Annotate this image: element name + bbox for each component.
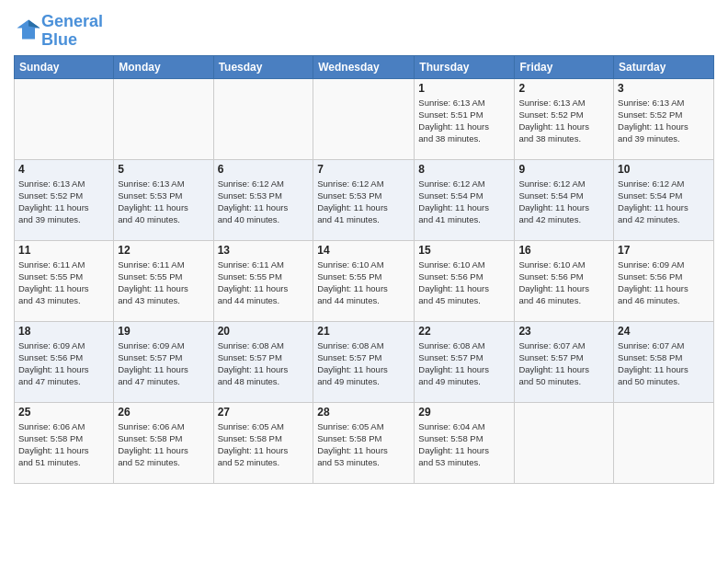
calendar-cell bbox=[313, 78, 415, 159]
calendar-cell: 19Sunrise: 6:09 AMSunset: 5:57 PMDayligh… bbox=[114, 321, 213, 402]
logo-icon bbox=[16, 17, 41, 42]
day-number: 13 bbox=[218, 244, 310, 257]
calendar-cell: 26Sunrise: 6:06 AMSunset: 5:58 PMDayligh… bbox=[114, 402, 213, 483]
calendar-cell bbox=[15, 78, 114, 159]
calendar-cell: 27Sunrise: 6:05 AMSunset: 5:58 PMDayligh… bbox=[213, 402, 313, 483]
day-number: 29 bbox=[418, 406, 510, 419]
day-number: 5 bbox=[118, 163, 209, 176]
day-number: 20 bbox=[218, 325, 310, 338]
day-number: 18 bbox=[18, 325, 109, 338]
calendar-cell: 22Sunrise: 6:08 AMSunset: 5:57 PMDayligh… bbox=[415, 321, 515, 402]
calendar-cell: 5Sunrise: 6:13 AMSunset: 5:53 PMDaylight… bbox=[114, 159, 213, 240]
day-info: Sunrise: 6:11 AMSunset: 5:55 PMDaylight:… bbox=[118, 259, 209, 307]
calendar-cell: 10Sunrise: 6:12 AMSunset: 5:54 PMDayligh… bbox=[614, 159, 714, 240]
calendar-week-1: 4Sunrise: 6:13 AMSunset: 5:52 PMDaylight… bbox=[15, 159, 714, 240]
day-info: Sunrise: 6:13 AMSunset: 5:53 PMDaylight:… bbox=[118, 178, 209, 226]
calendar-cell: 8Sunrise: 6:12 AMSunset: 5:54 PMDaylight… bbox=[415, 159, 515, 240]
day-info: Sunrise: 6:13 AMSunset: 5:52 PMDaylight:… bbox=[618, 97, 710, 145]
calendar-cell: 1Sunrise: 6:13 AMSunset: 5:51 PMDaylight… bbox=[415, 78, 515, 159]
day-number: 16 bbox=[518, 244, 609, 257]
calendar-cell: 18Sunrise: 6:09 AMSunset: 5:56 PMDayligh… bbox=[15, 321, 114, 402]
day-info: Sunrise: 6:12 AMSunset: 5:53 PMDaylight:… bbox=[317, 178, 410, 226]
calendar-cell bbox=[114, 78, 213, 159]
day-info: Sunrise: 6:10 AMSunset: 5:55 PMDaylight:… bbox=[317, 259, 410, 307]
calendar-header-row: SundayMondayTuesdayWednesdayThursdayFrid… bbox=[15, 55, 714, 78]
header-wednesday: Wednesday bbox=[313, 55, 415, 78]
calendar-cell: 16Sunrise: 6:10 AMSunset: 5:56 PMDayligh… bbox=[515, 240, 614, 321]
day-info: Sunrise: 6:08 AMSunset: 5:57 PMDaylight:… bbox=[218, 339, 310, 388]
calendar-cell: 4Sunrise: 6:13 AMSunset: 5:52 PMDaylight… bbox=[15, 159, 114, 240]
day-info: Sunrise: 6:11 AMSunset: 5:55 PMDaylight:… bbox=[218, 259, 310, 307]
calendar-cell: 3Sunrise: 6:13 AMSunset: 5:52 PMDaylight… bbox=[614, 78, 714, 159]
page: General Blue SundayMondayTuesdayWednesda… bbox=[0, 0, 728, 493]
calendar-cell: 13Sunrise: 6:11 AMSunset: 5:55 PMDayligh… bbox=[213, 240, 313, 321]
day-info: Sunrise: 6:09 AMSunset: 5:57 PMDaylight:… bbox=[118, 339, 209, 388]
calendar-week-0: 1Sunrise: 6:13 AMSunset: 5:51 PMDaylight… bbox=[15, 78, 714, 159]
day-number: 17 bbox=[618, 244, 710, 257]
day-number: 28 bbox=[317, 406, 410, 419]
day-info: Sunrise: 6:13 AMSunset: 5:52 PMDaylight:… bbox=[518, 97, 609, 145]
day-number: 24 bbox=[618, 325, 710, 338]
day-info: Sunrise: 6:07 AMSunset: 5:57 PMDaylight:… bbox=[518, 339, 609, 388]
header-sunday: Sunday bbox=[15, 55, 114, 78]
day-number: 22 bbox=[418, 325, 510, 338]
day-info: Sunrise: 6:06 AMSunset: 5:58 PMDaylight:… bbox=[18, 420, 109, 469]
calendar-cell: 11Sunrise: 6:11 AMSunset: 5:55 PMDayligh… bbox=[15, 240, 114, 321]
calendar-cell: 20Sunrise: 6:08 AMSunset: 5:57 PMDayligh… bbox=[213, 321, 313, 402]
day-number: 12 bbox=[118, 244, 209, 257]
day-info: Sunrise: 6:12 AMSunset: 5:54 PMDaylight:… bbox=[418, 178, 510, 226]
day-number: 4 bbox=[18, 163, 109, 176]
day-info: Sunrise: 6:11 AMSunset: 5:55 PMDaylight:… bbox=[18, 259, 109, 307]
header: General Blue bbox=[14, 9, 714, 50]
calendar-cell: 2Sunrise: 6:13 AMSunset: 5:52 PMDaylight… bbox=[515, 78, 614, 159]
calendar-table: SundayMondayTuesdayWednesdayThursdayFrid… bbox=[14, 55, 714, 484]
calendar-cell: 9Sunrise: 6:12 AMSunset: 5:54 PMDaylight… bbox=[515, 159, 614, 240]
day-number: 25 bbox=[18, 406, 109, 419]
calendar-cell: 7Sunrise: 6:12 AMSunset: 5:53 PMDaylight… bbox=[313, 159, 415, 240]
day-info: Sunrise: 6:13 AMSunset: 5:52 PMDaylight:… bbox=[18, 178, 109, 226]
header-thursday: Thursday bbox=[415, 55, 515, 78]
calendar-week-2: 11Sunrise: 6:11 AMSunset: 5:55 PMDayligh… bbox=[15, 240, 714, 321]
day-number: 1 bbox=[418, 82, 510, 95]
day-number: 26 bbox=[118, 406, 209, 419]
day-info: Sunrise: 6:10 AMSunset: 5:56 PMDaylight:… bbox=[518, 259, 609, 307]
day-info: Sunrise: 6:12 AMSunset: 5:54 PMDaylight:… bbox=[518, 178, 609, 226]
calendar-cell: 28Sunrise: 6:05 AMSunset: 5:58 PMDayligh… bbox=[313, 402, 415, 483]
day-info: Sunrise: 6:12 AMSunset: 5:53 PMDaylight:… bbox=[218, 178, 310, 226]
header-monday: Monday bbox=[114, 55, 213, 78]
day-info: Sunrise: 6:05 AMSunset: 5:58 PMDaylight:… bbox=[218, 420, 310, 469]
calendar-cell: 14Sunrise: 6:10 AMSunset: 5:55 PMDayligh… bbox=[313, 240, 415, 321]
day-info: Sunrise: 6:08 AMSunset: 5:57 PMDaylight:… bbox=[317, 339, 410, 388]
calendar-week-3: 18Sunrise: 6:09 AMSunset: 5:56 PMDayligh… bbox=[15, 321, 714, 402]
day-info: Sunrise: 6:05 AMSunset: 5:58 PMDaylight:… bbox=[317, 420, 410, 469]
day-number: 19 bbox=[118, 325, 209, 338]
day-info: Sunrise: 6:06 AMSunset: 5:58 PMDaylight:… bbox=[118, 420, 209, 469]
calendar-cell: 25Sunrise: 6:06 AMSunset: 5:58 PMDayligh… bbox=[15, 402, 114, 483]
day-info: Sunrise: 6:04 AMSunset: 5:58 PMDaylight:… bbox=[418, 420, 510, 469]
calendar-cell: 21Sunrise: 6:08 AMSunset: 5:57 PMDayligh… bbox=[313, 321, 415, 402]
header-saturday: Saturday bbox=[614, 55, 714, 78]
calendar-cell bbox=[213, 78, 313, 159]
day-number: 7 bbox=[317, 163, 410, 176]
day-number: 21 bbox=[317, 325, 410, 338]
calendar-cell: 24Sunrise: 6:07 AMSunset: 5:58 PMDayligh… bbox=[614, 321, 714, 402]
day-info: Sunrise: 6:07 AMSunset: 5:58 PMDaylight:… bbox=[618, 339, 710, 388]
day-info: Sunrise: 6:08 AMSunset: 5:57 PMDaylight:… bbox=[418, 339, 510, 388]
calendar-cell: 12Sunrise: 6:11 AMSunset: 5:55 PMDayligh… bbox=[114, 240, 213, 321]
day-number: 6 bbox=[218, 163, 310, 176]
day-info: Sunrise: 6:10 AMSunset: 5:56 PMDaylight:… bbox=[418, 259, 510, 307]
calendar-cell: 15Sunrise: 6:10 AMSunset: 5:56 PMDayligh… bbox=[415, 240, 515, 321]
day-number: 27 bbox=[218, 406, 310, 419]
day-info: Sunrise: 6:09 AMSunset: 5:56 PMDaylight:… bbox=[618, 259, 710, 307]
day-info: Sunrise: 6:13 AMSunset: 5:51 PMDaylight:… bbox=[418, 97, 510, 145]
day-info: Sunrise: 6:09 AMSunset: 5:56 PMDaylight:… bbox=[18, 339, 109, 388]
day-number: 2 bbox=[518, 82, 609, 95]
calendar-cell bbox=[614, 402, 714, 483]
calendar-cell: 29Sunrise: 6:04 AMSunset: 5:58 PMDayligh… bbox=[415, 402, 515, 483]
header-friday: Friday bbox=[515, 55, 614, 78]
day-number: 11 bbox=[18, 244, 109, 257]
calendar-week-4: 25Sunrise: 6:06 AMSunset: 5:58 PMDayligh… bbox=[15, 402, 714, 483]
day-number: 9 bbox=[518, 163, 609, 176]
day-number: 3 bbox=[618, 82, 710, 95]
header-tuesday: Tuesday bbox=[213, 55, 313, 78]
